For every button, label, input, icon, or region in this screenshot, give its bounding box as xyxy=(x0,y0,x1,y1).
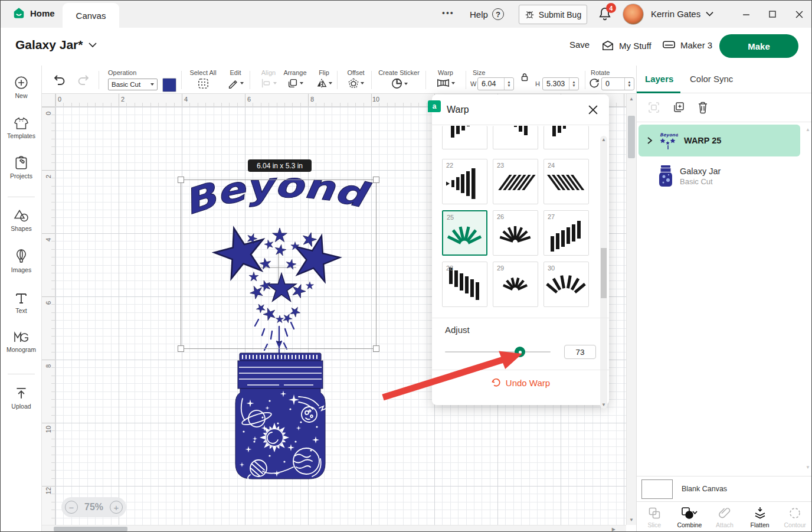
warp-style-tile[interactable] xyxy=(493,126,538,149)
warp-style-tile[interactable] xyxy=(442,126,487,149)
sidebar-item-projects[interactable]: Projects xyxy=(1,155,42,179)
width-stepper[interactable]: ▲▼ xyxy=(504,78,513,90)
scroll-up-icon[interactable]: ▲ xyxy=(629,96,634,102)
warp-style-tile-26[interactable]: 26 xyxy=(493,210,538,256)
sidebar-item-upload[interactable]: Upload xyxy=(1,386,42,410)
make-button[interactable]: Make xyxy=(719,34,798,58)
offset-button[interactable]: Offset xyxy=(342,69,370,89)
selection-handle-top-left[interactable] xyxy=(178,177,184,183)
window-close-button[interactable] xyxy=(793,8,806,21)
warp-style-tile-27[interactable]: 27 xyxy=(543,210,589,256)
adjust-value-field[interactable]: 73 xyxy=(564,345,596,359)
sidebar-item-monogram[interactable]: Monogram xyxy=(1,330,42,353)
undo-warp-button[interactable]: Undo Warp xyxy=(432,378,609,388)
slice-button[interactable]: Slice xyxy=(638,506,671,528)
zoom-out-button[interactable]: − xyxy=(65,501,78,514)
rotate-icon[interactable] xyxy=(588,77,600,89)
trash-icon[interactable] xyxy=(697,101,709,114)
group-icon[interactable] xyxy=(647,101,660,114)
undo-button[interactable] xyxy=(53,73,67,86)
warp-style-tile-25-selected[interactable]: 25 xyxy=(442,210,487,256)
window-minimize-button[interactable] xyxy=(739,8,752,21)
contour-button[interactable]: Contour xyxy=(778,506,811,528)
tab-home[interactable]: Home xyxy=(12,6,55,19)
close-icon[interactable] xyxy=(587,103,600,116)
height-field[interactable]: 5.303 ▲▼ xyxy=(542,77,579,90)
warp-button[interactable]: Warp xyxy=(430,69,461,89)
align-button[interactable]: Align xyxy=(256,69,281,89)
save-button[interactable]: Save xyxy=(569,40,590,50)
tab-canvas[interactable]: Canvas xyxy=(63,3,119,28)
more-menu-icon[interactable]: ••• xyxy=(442,8,454,18)
upload-icon xyxy=(14,386,29,401)
selection-handle-bottom-left[interactable] xyxy=(178,345,184,352)
adjust-slider-track[interactable] xyxy=(445,351,551,353)
sidebar-item-templates[interactable]: Templates xyxy=(1,116,42,139)
adjust-label: Adjust xyxy=(445,325,470,335)
attach-button[interactable]: Attach xyxy=(708,506,741,528)
layer-thumbnail: Beyond xyxy=(658,130,678,151)
expand-chevron-icon[interactable] xyxy=(646,136,653,145)
warp-style-tile[interactable] xyxy=(543,126,589,149)
selection-handle-bottom-right[interactable] xyxy=(373,345,379,352)
help-label: Help xyxy=(470,9,488,19)
sidebar-item-images[interactable]: Images xyxy=(1,249,42,273)
tab-layers[interactable]: Layers xyxy=(645,74,673,84)
layer-row-galaxy-jar[interactable]: Galaxy Jar Basic Cut xyxy=(639,160,800,192)
my-stuff-button[interactable]: My Stuff xyxy=(601,40,651,51)
submit-bug-button[interactable]: Submit Bug xyxy=(519,5,587,24)
help-button[interactable]: Help ? xyxy=(470,8,504,20)
tab-color-sync[interactable]: Color Sync xyxy=(690,74,733,84)
sidebar-item-new[interactable]: New xyxy=(1,75,42,99)
operation-select[interactable]: Basic Cut xyxy=(108,79,158,90)
layer-operation: Basic Cut xyxy=(680,177,721,186)
user-menu[interactable]: Kerrin Gates xyxy=(651,9,713,19)
flatten-button[interactable]: Flatten xyxy=(744,506,777,528)
scroll-up-icon[interactable]: ▲ xyxy=(806,127,810,132)
warp-style-tile-30[interactable]: 30 xyxy=(543,262,589,307)
duplicate-icon[interactable] xyxy=(672,101,685,114)
selection-handle-top-right[interactable] xyxy=(373,177,379,183)
machine-select[interactable]: Maker 3 xyxy=(662,40,712,50)
warp-grid-scrollbar[interactable]: ▲ ▼ xyxy=(600,136,607,409)
warp-style-tile-24[interactable]: 24 xyxy=(543,159,589,204)
warp-style-tile-23[interactable]: 23 xyxy=(493,159,538,204)
blank-canvas-row[interactable]: Blank Canvas xyxy=(637,476,812,501)
scroll-down-icon[interactable]: ▼ xyxy=(601,402,606,407)
height-stepper[interactable]: ▲▼ xyxy=(569,78,578,90)
select-all-button[interactable]: Select All xyxy=(188,69,218,90)
sidebar-item-shapes[interactable]: Shapes xyxy=(1,208,42,232)
edit-button[interactable]: Edit xyxy=(222,69,248,89)
sidebar-item-text[interactable]: Text xyxy=(1,291,42,314)
adjust-slider-knob[interactable] xyxy=(515,347,525,357)
scroll-down-icon[interactable]: ▼ xyxy=(806,465,810,470)
scroll-up-icon[interactable]: ▲ xyxy=(601,137,606,142)
create-sticker-button[interactable]: Create Sticker xyxy=(376,69,422,90)
warp-scroll-thumb[interactable] xyxy=(601,248,607,298)
flip-button[interactable]: Flip xyxy=(312,69,336,89)
vertical-scroll-thumb[interactable] xyxy=(628,116,635,158)
chevron-down-icon xyxy=(89,42,97,48)
scroll-right-icon[interactable]: ▶ xyxy=(612,527,615,532)
zoom-in-button[interactable]: + xyxy=(110,501,123,514)
redo-button[interactable] xyxy=(76,73,90,86)
warp-style-tile-29[interactable]: 29 xyxy=(493,262,538,307)
warp-style-tile-22[interactable]: 22 xyxy=(442,159,487,204)
arrange-button[interactable]: Arrange xyxy=(279,69,311,89)
scroll-down-icon[interactable]: ▼ xyxy=(629,517,634,523)
user-avatar[interactable] xyxy=(623,4,644,25)
rotate-field[interactable]: 0 ▲▼ xyxy=(601,77,634,90)
horizontal-scroll-thumb[interactable] xyxy=(54,527,127,531)
selection-bounding-box[interactable] xyxy=(181,179,376,349)
rotate-stepper[interactable]: ▲▼ xyxy=(624,78,634,90)
size-lock-icon[interactable] xyxy=(520,73,529,81)
color-swatch[interactable] xyxy=(162,78,176,92)
warp-style-tile-28[interactable]: 28 xyxy=(442,262,487,307)
window-maximize-button[interactable] xyxy=(766,8,779,21)
width-field[interactable]: 6.04 ▲▼ xyxy=(477,77,514,90)
horizontal-scrollbar[interactable]: ▶ xyxy=(42,525,626,532)
project-name-menu[interactable]: Galaxy Jar* xyxy=(15,38,97,52)
combine-button[interactable]: Combine xyxy=(673,506,706,528)
vertical-scrollbar[interactable]: ▲ ▼ xyxy=(626,94,636,525)
layer-row-warp25[interactable]: Beyond WARP 25 xyxy=(639,125,800,156)
